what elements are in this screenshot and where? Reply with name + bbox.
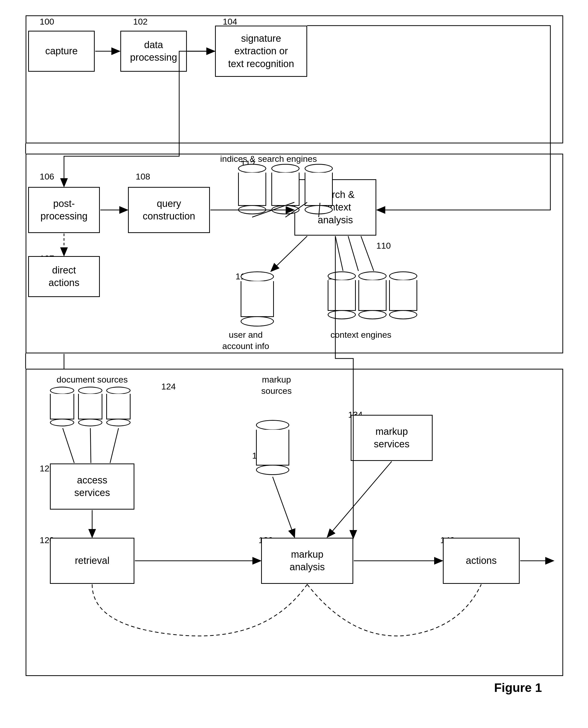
query-construction-box: queryconstruction bbox=[128, 187, 210, 233]
cylinder-doc-3 bbox=[106, 387, 130, 427]
ref-102: 102 bbox=[133, 17, 148, 27]
signature-extraction-label: signatureextraction ortext recognition bbox=[228, 32, 294, 70]
ref-124: 124 bbox=[161, 381, 176, 392]
access-services-box: accessservices bbox=[50, 463, 134, 509]
actions-box: actions bbox=[443, 538, 520, 584]
markup-sources-label: markupsources bbox=[243, 374, 310, 396]
markup-analysis-box: markupanalysis bbox=[261, 538, 353, 584]
cylinder-index-3 bbox=[304, 164, 333, 214]
cylinder-index-2 bbox=[271, 164, 299, 214]
cylinder-user-account bbox=[240, 271, 274, 327]
ref-108: 108 bbox=[136, 171, 150, 182]
direct-actions-box: directactions bbox=[28, 256, 100, 297]
ref-110: 110 bbox=[376, 241, 391, 251]
actions-label: actions bbox=[466, 555, 497, 567]
post-processing-label: post-processing bbox=[40, 197, 87, 223]
post-processing-box: post-processing bbox=[28, 187, 100, 233]
access-services-label: accessservices bbox=[74, 474, 110, 499]
cylinder-context-1 bbox=[328, 271, 356, 319]
cylinder-doc-1 bbox=[50, 387, 74, 427]
user-account-label: user andaccount info bbox=[217, 329, 274, 352]
signature-extraction-box: signatureextraction ortext recognition bbox=[215, 26, 307, 77]
indices-engines-label: indices & search engines bbox=[220, 153, 317, 164]
direct-actions-label: directactions bbox=[49, 264, 79, 289]
context-engines-label: context engines bbox=[325, 329, 397, 340]
data-processing-label: dataprocessing bbox=[130, 39, 177, 64]
ref-100: 100 bbox=[40, 17, 54, 27]
retrieval-label: retrieval bbox=[75, 555, 109, 567]
document-sources-label: document sources bbox=[49, 374, 136, 385]
markup-analysis-label: markupanalysis bbox=[290, 548, 324, 574]
capture-label: capture bbox=[45, 45, 78, 57]
cylinder-markup-source bbox=[256, 420, 289, 475]
query-construction-label: queryconstruction bbox=[143, 197, 195, 223]
cylinder-index-1 bbox=[238, 164, 266, 214]
figure-label: Figure 1 bbox=[494, 681, 542, 695]
cylinder-doc-2 bbox=[78, 387, 102, 427]
capture-box: capture bbox=[28, 31, 95, 72]
ref-106: 106 bbox=[40, 171, 54, 182]
markup-services-label: markupservices bbox=[374, 425, 409, 451]
diagram-container: 100 102 104 capture dataprocessing signa… bbox=[0, 0, 588, 728]
markup-services-box: markupservices bbox=[351, 415, 433, 461]
cylinder-context-3 bbox=[389, 271, 417, 319]
ref-104: 104 bbox=[223, 17, 237, 27]
data-processing-box: dataprocessing bbox=[120, 31, 187, 72]
cylinder-context-2 bbox=[358, 271, 386, 319]
retrieval-box: retrieval bbox=[50, 538, 134, 584]
